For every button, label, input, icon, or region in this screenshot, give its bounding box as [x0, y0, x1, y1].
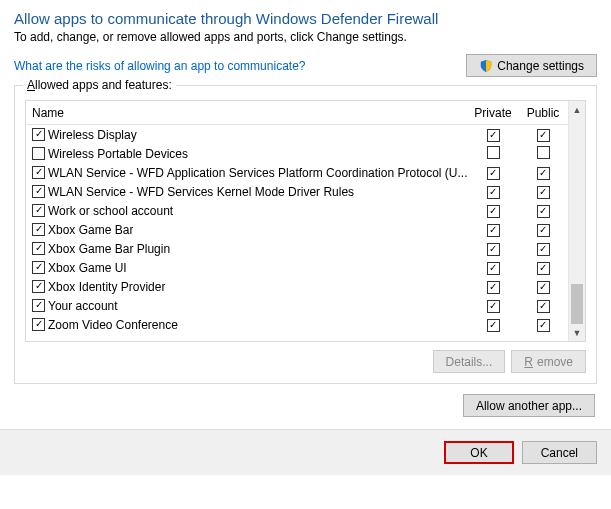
- enable-checkbox[interactable]: [32, 185, 45, 198]
- col-private-header[interactable]: Private: [468, 106, 518, 120]
- private-checkbox[interactable]: [487, 281, 500, 294]
- table-row[interactable]: Xbox Game UI: [26, 258, 568, 277]
- remove-button: Remove: [511, 350, 586, 373]
- scroll-track[interactable]: [569, 118, 585, 324]
- public-checkbox[interactable]: [537, 224, 550, 237]
- col-name-header[interactable]: Name: [26, 106, 468, 120]
- private-checkbox[interactable]: [487, 146, 500, 159]
- table-row[interactable]: Xbox Identity Provider: [26, 277, 568, 296]
- enable-checkbox[interactable]: [32, 128, 45, 141]
- app-name: Xbox Game UI: [48, 261, 127, 275]
- allowed-apps-group: Allowed apps and features: Name Private …: [14, 85, 597, 384]
- private-checkbox[interactable]: [487, 186, 500, 199]
- app-name: WLAN Service - WFD Application Services …: [48, 166, 467, 180]
- scroll-up-icon[interactable]: ▲: [569, 101, 585, 118]
- app-name: WLAN Service - WFD Services Kernel Mode …: [48, 185, 354, 199]
- public-checkbox[interactable]: [537, 167, 550, 180]
- change-settings-button[interactable]: Change settings: [466, 54, 597, 77]
- app-name: Wireless Portable Devices: [48, 147, 188, 161]
- enable-checkbox[interactable]: [32, 299, 45, 312]
- cancel-button[interactable]: Cancel: [522, 441, 597, 464]
- public-checkbox[interactable]: [537, 129, 550, 142]
- list-header: Name Private Public: [26, 101, 568, 125]
- app-name: Wireless Display: [48, 128, 137, 142]
- enable-checkbox[interactable]: [32, 204, 45, 217]
- allow-another-app-button[interactable]: Allow another app...: [463, 394, 595, 417]
- enable-checkbox[interactable]: [32, 261, 45, 274]
- app-name: Zoom Video Conference: [48, 318, 178, 332]
- private-checkbox[interactable]: [487, 243, 500, 256]
- table-row[interactable]: Wireless Portable Devices: [26, 144, 568, 163]
- private-checkbox[interactable]: [487, 262, 500, 275]
- public-checkbox[interactable]: [537, 262, 550, 275]
- private-checkbox[interactable]: [487, 167, 500, 180]
- bottom-bar: OK Cancel: [0, 429, 611, 475]
- risks-link[interactable]: What are the risks of allowing an app to…: [14, 59, 305, 73]
- app-name: Xbox Game Bar Plugin: [48, 242, 170, 256]
- table-row[interactable]: Zoom Video Conference: [26, 315, 568, 334]
- details-button: Details...: [433, 350, 506, 373]
- page-title: Allow apps to communicate through Window…: [14, 10, 597, 27]
- public-checkbox[interactable]: [537, 146, 550, 159]
- scroll-thumb[interactable]: [571, 284, 583, 324]
- scrollbar[interactable]: ▲ ▼: [568, 101, 585, 341]
- table-row[interactable]: Xbox Game Bar Plugin: [26, 239, 568, 258]
- change-settings-label: Change settings: [497, 59, 584, 73]
- public-checkbox[interactable]: [537, 243, 550, 256]
- public-checkbox[interactable]: [537, 205, 550, 218]
- app-name: Your account: [48, 299, 118, 313]
- private-checkbox[interactable]: [487, 319, 500, 332]
- page-subtitle: To add, change, or remove allowed apps a…: [14, 30, 597, 44]
- table-row[interactable]: Xbox Game Bar: [26, 220, 568, 239]
- private-checkbox[interactable]: [487, 205, 500, 218]
- enable-checkbox[interactable]: [32, 147, 45, 160]
- enable-checkbox[interactable]: [32, 280, 45, 293]
- table-row[interactable]: WLAN Service - WFD Services Kernel Mode …: [26, 182, 568, 201]
- apps-list: Name Private Public Wireless DisplayWire…: [25, 100, 586, 342]
- app-name: Xbox Identity Provider: [48, 280, 165, 294]
- enable-checkbox[interactable]: [32, 166, 45, 179]
- table-row[interactable]: Work or school account: [26, 201, 568, 220]
- enable-checkbox[interactable]: [32, 318, 45, 331]
- private-checkbox[interactable]: [487, 129, 500, 142]
- ok-button[interactable]: OK: [444, 441, 513, 464]
- public-checkbox[interactable]: [537, 186, 550, 199]
- private-checkbox[interactable]: [487, 224, 500, 237]
- enable-checkbox[interactable]: [32, 242, 45, 255]
- group-label: Allowed apps and features:: [23, 78, 176, 92]
- app-name: Xbox Game Bar: [48, 223, 133, 237]
- public-checkbox[interactable]: [537, 319, 550, 332]
- public-checkbox[interactable]: [537, 281, 550, 294]
- private-checkbox[interactable]: [487, 300, 500, 313]
- col-public-header[interactable]: Public: [518, 106, 568, 120]
- public-checkbox[interactable]: [537, 300, 550, 313]
- table-row[interactable]: Your account: [26, 296, 568, 315]
- app-name: Work or school account: [48, 204, 173, 218]
- scroll-down-icon[interactable]: ▼: [569, 324, 585, 341]
- enable-checkbox[interactable]: [32, 223, 45, 236]
- table-row[interactable]: Wireless Display: [26, 125, 568, 144]
- table-row[interactable]: WLAN Service - WFD Application Services …: [26, 163, 568, 182]
- shield-icon: [479, 59, 493, 73]
